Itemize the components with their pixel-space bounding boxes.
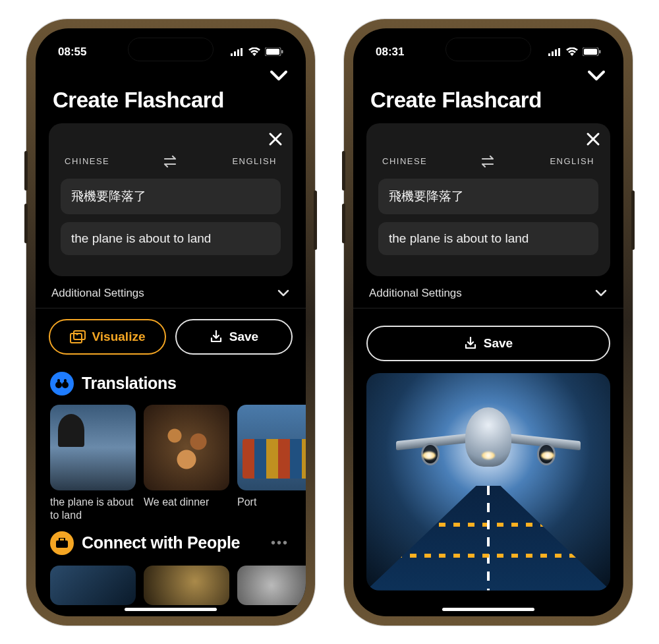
- battery-icon: [265, 47, 283, 56]
- target-text-input[interactable]: the plane is about to land: [378, 222, 598, 255]
- svg-rect-17: [552, 51, 554, 56]
- connect-card[interactable]: [237, 566, 306, 605]
- binoculars-icon: [55, 378, 69, 389]
- more-icon[interactable]: •••: [271, 535, 291, 550]
- status-time: 08:31: [376, 45, 404, 59]
- visualize-button[interactable]: Visualize: [49, 319, 166, 355]
- connect-icon-badge: [50, 531, 74, 555]
- svg-rect-15: [59, 538, 65, 541]
- translation-thumbnail: [237, 405, 306, 490]
- translations-heading: Translations: [82, 374, 291, 393]
- page-title: Create Flashcard: [36, 85, 306, 123]
- wifi-icon: [248, 47, 260, 56]
- save-button[interactable]: Save: [175, 319, 293, 355]
- chevron-down-icon: [277, 289, 290, 297]
- svg-rect-21: [584, 49, 597, 55]
- battery-icon: [583, 47, 601, 56]
- swap-icon: [480, 155, 497, 168]
- translations-icon-badge: [50, 372, 74, 395]
- cell-signal-icon: [548, 48, 561, 56]
- lang-to-label[interactable]: ENGLISH: [550, 156, 594, 166]
- lang-from-label[interactable]: CHINESE: [65, 156, 109, 166]
- svg-rect-13: [64, 379, 67, 382]
- svg-rect-5: [266, 49, 279, 55]
- svg-rect-8: [74, 331, 85, 339]
- flashcard-panel: CHINESE ENGLISH 飛機要降落了 the plane is abou…: [49, 123, 293, 276]
- phone-frame-right: 08:31 Create Flashcard CHINESE ENGLISH: [344, 19, 633, 626]
- status-icons: [231, 47, 283, 56]
- translation-thumbnail: [144, 405, 229, 490]
- target-text-input[interactable]: the plane is about to land: [61, 222, 281, 255]
- notch: [128, 38, 214, 61]
- svg-point-11: [62, 382, 69, 388]
- close-button[interactable]: [585, 131, 601, 147]
- translation-card[interactable]: We eat dinner: [144, 405, 229, 522]
- svg-rect-6: [281, 50, 283, 53]
- translations-list[interactable]: the plane is about to land We eat dinner…: [36, 402, 306, 522]
- screen-left: 08:55 Create Flashcard CHINESE ENGLISH: [36, 28, 306, 616]
- translations-section-header: Translations: [36, 355, 306, 402]
- svg-rect-18: [555, 49, 557, 56]
- save-icon: [464, 337, 477, 350]
- close-icon: [585, 131, 601, 147]
- svg-rect-1: [234, 51, 236, 56]
- close-icon: [268, 131, 283, 147]
- svg-rect-16: [548, 53, 550, 56]
- connect-list[interactable]: [36, 562, 306, 605]
- save-button[interactable]: Save: [366, 326, 610, 361]
- notch: [445, 38, 531, 61]
- swap-languages-button[interactable]: [480, 155, 497, 168]
- save-label: Save: [229, 330, 258, 344]
- additional-settings-label: Additional Settings: [369, 287, 462, 300]
- collapse-chevron-row: [36, 64, 306, 85]
- swap-languages-button[interactable]: [162, 155, 179, 168]
- connect-heading: Connect with People: [82, 533, 263, 552]
- translation-card[interactable]: the plane is about to land: [50, 405, 136, 522]
- svg-rect-7: [71, 334, 82, 343]
- save-icon: [210, 330, 223, 343]
- visualize-label: Visualize: [92, 330, 146, 344]
- additional-settings-row[interactable]: Additional Settings: [36, 276, 306, 308]
- translation-thumbnail: [50, 405, 136, 490]
- page-title: Create Flashcard: [353, 85, 623, 123]
- swap-icon: [162, 155, 179, 168]
- wifi-icon: [566, 47, 578, 56]
- translation-card[interactable]: Port: [237, 405, 306, 522]
- flashcard-panel: CHINESE ENGLISH 飛機要降落了 the plane is abou…: [366, 123, 610, 276]
- chevron-down-icon: [594, 289, 608, 297]
- lang-from-label[interactable]: CHINESE: [382, 156, 427, 166]
- additional-settings-label: Additional Settings: [51, 287, 144, 300]
- chevron-down-icon[interactable]: [269, 69, 289, 82]
- translation-label: the plane is about to land: [50, 496, 136, 522]
- cell-signal-icon: [231, 48, 244, 56]
- svg-rect-3: [241, 48, 243, 56]
- visualized-image[interactable]: [366, 373, 610, 591]
- collapse-chevron-row: [353, 64, 623, 85]
- save-label: Save: [484, 336, 513, 351]
- home-indicator: [442, 608, 534, 611]
- translation-label: We eat dinner: [144, 496, 229, 509]
- additional-settings-row[interactable]: Additional Settings: [353, 276, 623, 308]
- connect-card[interactable]: [144, 566, 229, 605]
- svg-point-10: [55, 382, 62, 388]
- svg-rect-2: [237, 49, 239, 56]
- svg-rect-12: [57, 379, 60, 382]
- lang-to-label[interactable]: ENGLISH: [232, 156, 277, 166]
- images-icon: [70, 330, 86, 343]
- status-icons: [548, 47, 601, 56]
- svg-rect-19: [558, 48, 560, 56]
- status-time: 08:55: [58, 45, 86, 59]
- connect-section-header: Connect with People •••: [36, 522, 306, 562]
- briefcase-icon: [55, 538, 69, 548]
- svg-point-9: [76, 333, 78, 335]
- chevron-down-icon[interactable]: [587, 69, 606, 82]
- source-text-input[interactable]: 飛機要降落了: [61, 179, 281, 214]
- home-indicator: [125, 608, 217, 611]
- source-text-input[interactable]: 飛機要降落了: [378, 179, 598, 214]
- phone-frame-left: 08:55 Create Flashcard CHINESE ENGLISH: [26, 19, 315, 626]
- svg-rect-22: [599, 50, 601, 53]
- close-button[interactable]: [268, 131, 283, 147]
- svg-rect-0: [231, 53, 233, 56]
- connect-card[interactable]: [50, 566, 136, 605]
- translation-label: Port: [237, 496, 306, 509]
